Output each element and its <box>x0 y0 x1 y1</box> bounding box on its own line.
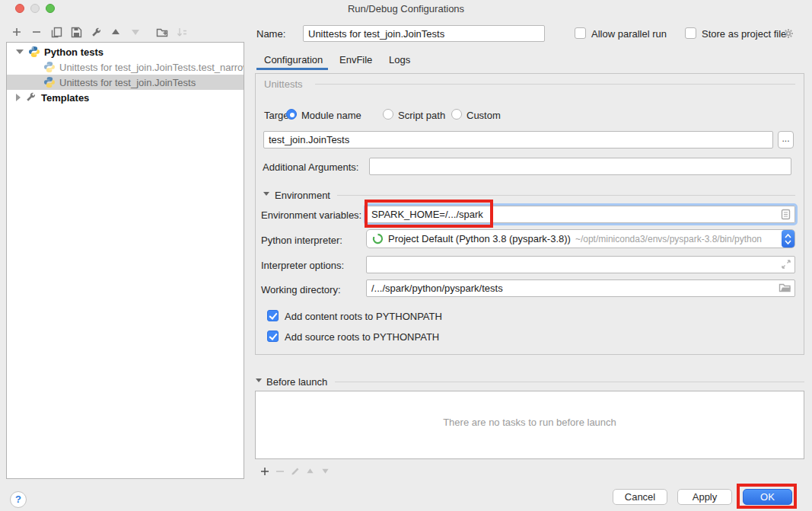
move-down-button[interactable] <box>129 26 142 38</box>
remove-task-button[interactable] <box>275 466 285 476</box>
before-launch-toolbar <box>260 466 330 476</box>
additional-arguments-input[interactable] <box>369 158 791 175</box>
add-task-button[interactable] <box>260 466 269 476</box>
move-up-button[interactable] <box>110 26 122 38</box>
sort-configurations-button[interactable] <box>176 26 188 38</box>
allow-parallel-run-label: Allow parallel run <box>591 28 667 40</box>
new-folder-icon <box>156 27 168 38</box>
radio-script-path-label: Script path <box>398 110 445 121</box>
tab-configuration[interactable]: Configuration <box>264 54 323 65</box>
arrow-down-icon <box>131 27 140 37</box>
sort-az-icon <box>177 27 188 38</box>
store-as-project-file-checkbox[interactable] <box>685 27 696 39</box>
move-task-up-button[interactable] <box>305 466 315 476</box>
tree-item-test-narrow[interactable]: Unittests for test_join.JoinTests.test_n… <box>7 59 244 75</box>
arrow-up-icon <box>306 467 314 475</box>
tree-item-label: Templates <box>41 92 89 104</box>
conda-env-icon <box>372 233 384 244</box>
arrow-down-icon <box>321 467 330 475</box>
tree-item-label: Unittests for test_join.JoinTests.test_n… <box>59 62 244 73</box>
radio-module-name-label: Module name <box>301 110 361 121</box>
store-options-gear-icon[interactable] <box>782 27 794 40</box>
name-input[interactable] <box>303 25 545 42</box>
add-source-roots-checkbox[interactable] <box>267 331 279 342</box>
wrench-icon <box>91 27 102 38</box>
interpreter-value: Project Default (Python 3.8 (pyspark-3.8… <box>388 233 571 244</box>
radio-custom-label: Custom <box>467 110 501 121</box>
before-launch-empty-text: There are no tasks to run before launch <box>256 417 804 428</box>
radio-script-path[interactable] <box>383 109 393 120</box>
plus-icon <box>11 27 22 37</box>
python-run-config-icon <box>43 61 56 73</box>
minus-icon <box>275 467 285 476</box>
edit-task-button[interactable] <box>290 466 300 476</box>
before-launch-collapse-icon[interactable] <box>256 378 262 382</box>
before-launch-task-list: There are no tasks to run before launch <box>255 391 804 459</box>
additional-arguments-label: Additional Arguments: <box>263 161 358 173</box>
templates-wrench-icon <box>25 91 37 104</box>
tree-item-python-tests[interactable]: Python tests <box>7 44 244 59</box>
interpreter-options-input[interactable] <box>366 256 795 273</box>
pencil-icon <box>291 467 300 476</box>
working-directory-label: Working directory: <box>261 284 341 295</box>
browse-folder-icon[interactable] <box>779 283 791 295</box>
allow-parallel-run-checkbox[interactable] <box>575 27 586 39</box>
browse-target-button[interactable]: ... <box>778 131 794 149</box>
edit-templates-button[interactable] <box>90 26 102 38</box>
env-variables-browse-icon[interactable] <box>780 209 792 221</box>
active-tab-indicator <box>256 68 328 70</box>
expand-field-icon[interactable] <box>781 259 793 271</box>
radio-module-name[interactable] <box>286 109 297 120</box>
working-directory-input[interactable] <box>366 279 795 297</box>
tab-logs[interactable]: Logs <box>389 54 410 65</box>
help-button[interactable]: ? <box>10 491 27 508</box>
unittests-section-title: Unittests <box>264 78 303 90</box>
tree-item-label: Unittests for test_join.JoinTests <box>59 77 196 88</box>
add-content-roots-label: Add content roots to PYTHONPATH <box>285 311 442 322</box>
python-run-config-icon <box>43 76 56 88</box>
save-icon <box>71 27 82 38</box>
cancel-button[interactable]: Cancel <box>613 489 667 505</box>
section-divider <box>315 84 795 85</box>
python-interpreter-select[interactable]: Project Default (Python 3.8 (pyspark-3.8… <box>366 229 795 248</box>
save-configuration-button[interactable] <box>70 26 82 38</box>
expand-icon[interactable] <box>16 94 21 101</box>
apply-button[interactable]: Apply <box>677 489 732 505</box>
python-tests-icon <box>28 46 40 58</box>
minus-icon <box>31 27 42 37</box>
add-content-roots-checkbox[interactable] <box>267 310 279 321</box>
arrow-up-icon <box>111 27 120 37</box>
window-title: Run/Debug Configurations <box>0 3 812 14</box>
title-bar: Run/Debug Configurations <box>0 0 812 17</box>
before-launch-header: Before launch <box>266 376 327 388</box>
chevron-down-icon <box>785 240 791 244</box>
tree-item-label: Python tests <box>44 46 103 58</box>
environment-variables-label: Environment variables: <box>261 209 361 221</box>
module-name-input[interactable] <box>263 131 773 149</box>
ok-button[interactable]: OK <box>743 489 792 505</box>
copy-configuration-button[interactable] <box>50 26 62 38</box>
python-interpreter-label: Python interpreter: <box>261 235 342 246</box>
interpreter-dropdown-stepper[interactable] <box>782 230 794 248</box>
configurations-tree: Python tests Unittests for test_join.Joi… <box>6 42 244 479</box>
chevron-up-icon <box>785 234 791 238</box>
environment-variables-input[interactable] <box>366 206 795 223</box>
radio-custom[interactable] <box>451 109 462 120</box>
collapse-icon[interactable] <box>16 50 24 54</box>
environment-collapse-icon[interactable] <box>263 192 269 196</box>
new-folder-button[interactable] <box>156 26 168 38</box>
tree-item-templates[interactable]: Templates <box>7 90 244 105</box>
store-as-project-file-label: Store as project file <box>702 28 786 40</box>
section-divider <box>335 382 804 382</box>
tab-envfile[interactable]: EnvFile <box>339 54 372 65</box>
interpreter-options-label: Interpreter options: <box>261 260 344 271</box>
name-label: Name: <box>256 28 285 40</box>
interpreter-path: ~/opt/miniconda3/envs/pyspark-3.8/bin/py… <box>575 234 762 244</box>
tree-item-jointests-selected[interactable]: Unittests for test_join.JoinTests <box>7 75 244 90</box>
plus-icon <box>260 467 269 476</box>
remove-configuration-button[interactable] <box>30 26 43 38</box>
run-debug-configurations-dialog: Run/Debug Configurations <box>0 0 812 511</box>
section-divider <box>337 195 795 196</box>
add-configuration-button[interactable] <box>11 26 23 38</box>
move-task-down-button[interactable] <box>320 466 330 476</box>
